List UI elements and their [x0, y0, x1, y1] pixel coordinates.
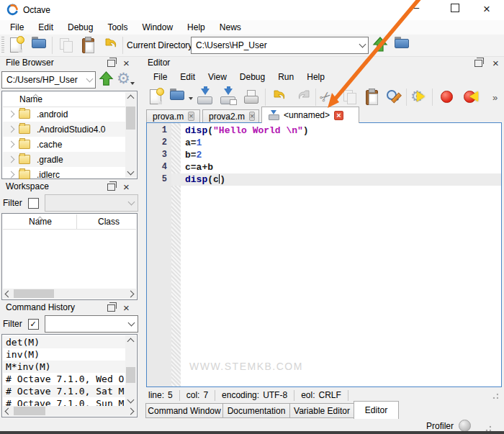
workspace-hscrollbar[interactable]	[3, 289, 136, 299]
main-menu-file[interactable]: File	[3, 21, 31, 34]
file-browser-close-icon[interactable]: ×	[123, 59, 130, 68]
maximize-button[interactable]	[443, 4, 467, 18]
editor-menu-file[interactable]: File	[147, 70, 174, 84]
editor-open-file-button[interactable]	[168, 88, 187, 107]
workspace-filter-checkbox[interactable]	[28, 198, 39, 209]
editor-cut-button[interactable]: ✂	[320, 88, 338, 107]
file-browser-vscrollbar[interactable]	[125, 92, 136, 178]
editor-menu-edit[interactable]: Edit	[174, 70, 202, 84]
tab-close-icon[interactable]: ×	[188, 112, 194, 121]
command-history-float-icon[interactable]	[107, 304, 115, 312]
file-browser-float-icon[interactable]	[107, 60, 115, 67]
expand-chevron-icon[interactable]	[8, 141, 15, 148]
scrollbar-thumb[interactable]	[14, 407, 45, 415]
editor-tab-1[interactable]: prova.m×	[146, 109, 200, 123]
editor-menu-help[interactable]: Help	[300, 70, 331, 84]
code-line[interactable]: 4c=a+b	[147, 161, 501, 173]
chevron-down-icon[interactable]	[84, 78, 95, 81]
editor-menu-debug[interactable]: Debug	[233, 70, 271, 84]
history-item[interactable]: M*inv(M)	[3, 361, 125, 373]
editor-menu-view[interactable]: View	[202, 70, 233, 84]
scroll-down-icon[interactable]	[125, 168, 136, 178]
scrollbar-thumb[interactable]	[126, 367, 135, 383]
command-history-vscrollbar[interactable]	[125, 335, 136, 406]
code-line[interactable]: 1disp("Hello World \n")	[147, 125, 501, 137]
main-menu-tools[interactable]: Tools	[100, 21, 135, 34]
editor-copy-button[interactable]	[341, 88, 360, 107]
current-directory-combobox[interactable]: C:\Users\HP_User	[191, 37, 369, 54]
history-item[interactable]: # Octave 7.1.0, Wed O	[3, 373, 125, 385]
scroll-up-icon[interactable]	[125, 335, 136, 345]
scroll-left-icon[interactable]	[3, 289, 14, 299]
editor-new-script-button[interactable]	[147, 88, 166, 107]
file-browser-row[interactable]: .AndroidStudio4.0	[3, 122, 125, 137]
command-history-filter-combobox[interactable]	[45, 315, 138, 333]
file-browser-row[interactable]: .cache	[3, 137, 125, 152]
toolbar-overflow-chevron[interactable]: »	[492, 92, 498, 103]
profiler-toggle-icon[interactable]	[459, 420, 471, 432]
editor-find-replace-button[interactable]	[384, 88, 403, 107]
main-menu-news[interactable]: News	[212, 21, 248, 34]
editor-previous-breakpoint-button[interactable]	[462, 88, 481, 107]
command-history-close-icon[interactable]: ×	[123, 304, 130, 312]
up-one-directory-button[interactable]	[372, 36, 390, 55]
dock-tab-editor[interactable]: Editor	[354, 401, 399, 419]
command-history-filter-checkbox[interactable]: ✓	[28, 319, 39, 330]
window-resize-grip[interactable]	[485, 425, 491, 431]
paste-button[interactable]	[79, 36, 98, 55]
file-browser-column-header[interactable]: Name	[3, 92, 125, 107]
close-button[interactable]: ×	[474, 2, 499, 17]
command-history-hscrollbar[interactable]	[3, 406, 136, 416]
expand-chevron-icon[interactable]	[8, 171, 15, 178]
tab-close-icon[interactable]: ×	[249, 112, 255, 121]
editor-redo-button[interactable]	[294, 88, 312, 107]
code-line[interactable]: 5disp(c)	[147, 173, 501, 186]
resize-grip[interactable]	[492, 392, 498, 399]
file-browser-row[interactable]: .android	[3, 107, 125, 122]
open-folder-button[interactable]	[30, 36, 49, 55]
minimize-button[interactable]: –	[404, 1, 428, 15]
dock-tab-variable-editor[interactable]: Variable Editor	[289, 403, 354, 418]
file-browser-path-combobox[interactable]: C:/Users/HP_User	[1, 71, 96, 89]
scroll-down-icon[interactable]	[125, 396, 136, 406]
scrollbar-thumb[interactable]	[126, 107, 135, 130]
expand-chevron-icon[interactable]	[8, 126, 15, 133]
editor-run-script-button[interactable]: ⚙	[410, 88, 429, 107]
history-item[interactable]: # Octave 7.1.0, Sat M	[3, 385, 125, 397]
workspace-filter-combobox[interactable]	[45, 194, 138, 212]
file-browser-settings-button[interactable]: ⚙	[117, 70, 135, 87]
editor-menu-run[interactable]: Run	[271, 70, 300, 84]
editor-tab-2[interactable]: prova2.m×	[202, 109, 259, 123]
editor-save-button[interactable]	[196, 88, 215, 107]
undo-button[interactable]	[102, 36, 121, 55]
code-line[interactable]: 3b=2	[147, 149, 501, 161]
workspace-float-icon[interactable]	[107, 184, 115, 191]
workspace-column-headers[interactable]: Name Class	[3, 214, 136, 230]
scroll-right-icon[interactable]	[125, 406, 136, 416]
dock-tab-command-window[interactable]: Command Window	[145, 403, 223, 418]
editor-close-icon[interactable]: ×	[492, 59, 499, 68]
main-menu-debug[interactable]: Debug	[60, 21, 100, 34]
history-item[interactable]: det(M)	[3, 336, 125, 348]
main-menu-edit[interactable]: Edit	[31, 21, 60, 34]
editor-print-button[interactable]	[242, 88, 261, 107]
scroll-left-icon[interactable]	[3, 406, 14, 416]
scrollbar-thumb[interactable]	[14, 289, 54, 298]
file-browser-up-directory-button[interactable]	[98, 71, 114, 89]
open-file-dropdown-icon[interactable]	[189, 97, 193, 100]
history-item[interactable]: inv(M)	[3, 348, 125, 361]
new-script-button[interactable]	[7, 36, 26, 55]
browse-directory-button[interactable]	[393, 36, 412, 55]
main-menu-window[interactable]: Window	[135, 21, 180, 34]
editor-paste-button[interactable]	[363, 88, 382, 107]
toolbar-drag-handle[interactable]	[1, 37, 4, 54]
editor-float-icon[interactable]	[474, 60, 482, 67]
tab-close-icon[interactable]: ×	[334, 111, 343, 120]
editor-code-area[interactable]: 1disp("Hello World \n")2a=13b=24c=a+b5di…	[146, 122, 502, 387]
workspace-close-icon[interactable]: ×	[123, 183, 130, 191]
editor-undo-button[interactable]	[271, 88, 289, 107]
editor-toggle-breakpoint-button[interactable]	[438, 88, 456, 107]
scroll-right-icon[interactable]	[125, 289, 136, 299]
file-browser-row[interactable]: .gradle	[3, 152, 125, 167]
copy-button[interactable]	[58, 36, 76, 55]
